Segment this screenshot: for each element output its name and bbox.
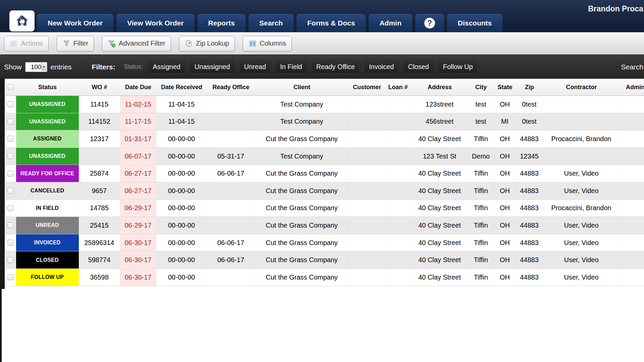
work-order-row[interactable]: FOLLOW UP3659806-30-1700-00-00Cut the Gr… <box>5 269 644 286</box>
cell-contractor <box>542 148 621 165</box>
cell-date-received: 00-00-00 <box>156 165 207 182</box>
cell-status: UNASSIGNED <box>16 96 79 113</box>
row-checkbox[interactable] <box>7 101 13 107</box>
zip-lookup-button[interactable]: Zip Lookup <box>179 36 235 51</box>
row-checkbox[interactable] <box>7 257 13 263</box>
tab-label: Reports <box>208 19 235 27</box>
tab-help[interactable]: ? <box>415 14 444 32</box>
column-header-ready-office[interactable]: Ready Office <box>207 84 255 91</box>
work-order-row[interactable]: CLOSED59877406-30-1700-00-0006-06-17Cut … <box>5 251 644 269</box>
row-select-cell <box>5 234 16 251</box>
row-checkbox[interactable] <box>7 188 13 194</box>
cell-status: READY FOR OFFICE <box>16 165 79 182</box>
cell-admin <box>621 96 644 113</box>
status-filter-assigned[interactable]: Assigned <box>148 60 186 74</box>
work-order-row[interactable]: ASSIGNED1231701-31-1700-00-00Cut the Gra… <box>5 130 644 148</box>
cell-admin <box>621 251 644 268</box>
row-select-cell <box>5 269 16 286</box>
status-filter-ready-office[interactable]: Ready Office <box>311 60 360 74</box>
cell-date-due: 06-29-17 <box>120 217 156 234</box>
tab-home[interactable] <box>9 10 35 32</box>
column-header-wo[interactable]: WO # <box>79 84 120 91</box>
work-order-row[interactable]: UNASSIGNED11415211-17-1511-04-15Test Com… <box>5 113 644 131</box>
row-checkbox[interactable] <box>7 171 13 177</box>
cell-client: Cut the Grass Company <box>255 165 349 182</box>
column-header-city[interactable]: City <box>469 84 493 91</box>
row-checkbox[interactable] <box>7 136 13 142</box>
tab-label: Forms & Docs <box>307 19 355 27</box>
tab-reports[interactable]: Reports <box>198 14 246 32</box>
tab-admin[interactable]: Admin <box>369 14 412 32</box>
column-header-contractor[interactable]: Contractor <box>542 84 621 91</box>
column-header-status[interactable]: Status <box>16 84 79 91</box>
cell-contractor: User, Video <box>542 269 621 286</box>
column-header-state[interactable]: State <box>493 84 517 91</box>
columns-button[interactable]: Columns <box>243 36 292 51</box>
tab-forms-docs[interactable]: Forms & Docs <box>297 14 366 32</box>
status-filter-unassigned[interactable]: Unassigned <box>189 60 235 74</box>
work-order-row[interactable]: UNASSIGNED06-07-1700-00-0005-31-17Test C… <box>5 148 644 165</box>
work-order-row[interactable]: IN FIELD1478506-29-1700-00-00Cut the Gra… <box>5 200 644 217</box>
column-header-customer[interactable]: Customer <box>349 84 385 91</box>
cell-city: Tiffin <box>469 130 493 147</box>
work-order-row[interactable]: UNREAD2541506-29-1700-00-00Cut the Grass… <box>5 217 644 234</box>
work-order-row[interactable]: INVOICED2589631406-30-1700-00-0006-06-17… <box>5 234 644 252</box>
cell-address: 40 Clay Street <box>411 269 469 286</box>
cell-wo <box>79 148 120 165</box>
status-filter-in-field[interactable]: In Field <box>275 60 308 74</box>
tab-discounts[interactable]: Discounts <box>447 14 503 32</box>
cell-city: Tiffin <box>469 234 493 251</box>
cell-admin <box>621 148 644 165</box>
cell-city: Demo <box>469 148 493 165</box>
work-order-row[interactable]: UNASSIGNED1141511-02-1511-04-15Test Comp… <box>5 96 644 113</box>
tab-search[interactable]: Search <box>249 14 293 32</box>
row-checkbox[interactable] <box>7 153 13 159</box>
actions-menu-icon <box>10 40 18 48</box>
cell-loan <box>385 234 411 251</box>
status-filter-follow-up[interactable]: Follow Up <box>438 60 478 74</box>
filter-button[interactable]: Filter <box>57 36 94 51</box>
tab-new-work-order[interactable]: New Work Order <box>37 14 113 32</box>
row-checkbox[interactable] <box>7 205 13 211</box>
row-checkbox[interactable] <box>7 240 13 246</box>
chevron-down-icon: ▼ <box>42 63 46 71</box>
row-checkbox[interactable] <box>7 222 13 228</box>
cell-wo: 114152 <box>79 113 120 130</box>
column-header-date-due[interactable]: Date Due <box>120 84 156 91</box>
filter-bar: Show 100 ▼ entries Filters: Status: Assi… <box>0 55 644 79</box>
advanced-filter-button[interactable]: Advanced Filter <box>102 36 171 51</box>
status-filter-unread[interactable]: Unread <box>239 60 272 74</box>
cell-admin <box>621 217 644 234</box>
cell-loan <box>385 148 411 165</box>
column-header-loan[interactable]: Loan # <box>385 84 411 91</box>
cell-state: OH <box>493 148 517 165</box>
column-header-date-received[interactable]: Date Received <box>156 84 207 91</box>
column-header-client[interactable]: Client <box>255 84 349 91</box>
actions-button[interactable]: Actions <box>4 36 49 51</box>
cell-wo: 9657 <box>79 182 120 199</box>
screen-edge-strip <box>0 79 5 289</box>
tab-view-work-order[interactable]: View Work Order <box>116 14 194 32</box>
logged-in-user[interactable]: Brandon Proca <box>588 4 643 13</box>
work-order-table: UNASSIGNED1141511-02-1511-04-15Test Comp… <box>5 96 644 286</box>
row-checkbox[interactable] <box>7 274 13 280</box>
cell-ready-office <box>207 200 255 217</box>
cell-customer <box>349 113 385 130</box>
cell-state: OH <box>493 269 517 286</box>
cell-address: 40 Clay Street <box>411 182 469 199</box>
cell-date-received: 00-00-00 <box>156 200 207 217</box>
cell-loan <box>385 217 411 234</box>
column-header-admin[interactable]: Admin <box>621 84 644 91</box>
status-filter-closed[interactable]: Closed <box>402 60 434 74</box>
select-all-checkbox[interactable] <box>8 84 14 90</box>
cell-customer <box>349 148 385 165</box>
page-size-select[interactable]: 100 ▼ <box>25 62 47 72</box>
work-order-row[interactable]: READY FOR OFFICE2587406-27-1700-00-0006-… <box>5 165 644 182</box>
work-order-row[interactable]: CANCELLED965706-27-1700-00-00Cut the Gra… <box>5 182 644 200</box>
nav-tabs: New Work OrderView Work OrderReportsSear… <box>37 14 502 32</box>
row-checkbox[interactable] <box>7 119 13 125</box>
column-header-address[interactable]: Address <box>411 84 469 91</box>
status-filter-invoiced[interactable]: Invoiced <box>364 60 399 74</box>
row-select-cell <box>5 148 16 165</box>
column-header-zip[interactable]: Zip <box>517 84 542 91</box>
